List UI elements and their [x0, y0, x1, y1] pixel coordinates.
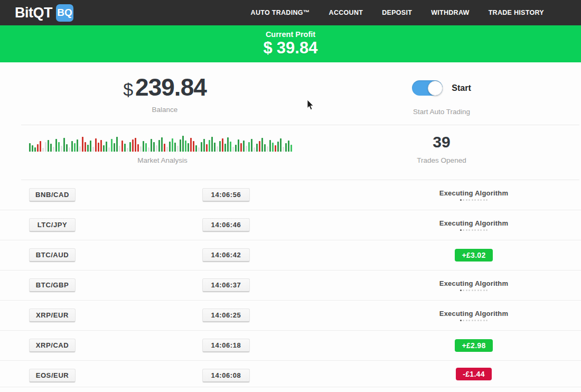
candle-bar: [32, 145, 33, 152]
candle-bar: [121, 141, 123, 152]
candle-bar: [259, 141, 260, 152]
candle-bar: [153, 142, 155, 152]
bitqt-logo[interactable]: BitQT BQ: [15, 4, 73, 22]
candle-bar: [58, 142, 60, 152]
toggle-knob-icon: [428, 81, 443, 96]
candle-bar: [219, 141, 221, 152]
candle-bar: [238, 139, 239, 152]
balance-value: 239.84: [135, 73, 207, 101]
progress-dots: [460, 229, 488, 231]
top-nav-bar: BitQT BQ AUTO TRADING™ACCOUNTDEPOSITWITH…: [0, 0, 581, 25]
candle-bar: [290, 145, 292, 152]
candle-bar: [42, 148, 44, 152]
trade-status: Executing Algorithm: [416, 180, 532, 210]
time-badge: 14:06:18: [202, 339, 250, 352]
nav-item-trade-history[interactable]: TRADE HISTORY: [489, 9, 544, 16]
trade-status: -£1.44: [416, 361, 532, 387]
candle-bar: [203, 139, 205, 152]
trade-row: BNB/CAD 14:06:56 Executing Algorithm: [0, 180, 581, 210]
progress-dots: [460, 320, 488, 321]
candle-bar: [151, 139, 152, 152]
current-profit-amount: $39.84: [0, 39, 581, 58]
candle-bar: [114, 143, 115, 152]
trade-row: EOS/EUR 14:06:08 -£1.44: [0, 361, 581, 387]
candle-bar: [161, 137, 163, 152]
candle-bar: [74, 143, 76, 152]
loss-badge: -£1.44: [456, 368, 492, 380]
time-badge: 14:06:56: [202, 188, 250, 202]
trade-row: BTC/AUD 14:06:42 +£3.02: [0, 240, 581, 270]
trade-status: +£2.98: [416, 331, 532, 360]
candle-bar: [148, 147, 149, 152]
candle-bar: [209, 140, 210, 152]
pair-badge: BNB/CAD: [29, 188, 76, 202]
pair-badge: LTC/JPY: [29, 218, 76, 232]
candle-bar: [116, 137, 118, 152]
candle-bar: [63, 138, 65, 152]
candle-bar: [71, 141, 73, 152]
candle-bar: [222, 138, 223, 152]
candle-bar: [288, 141, 289, 152]
candle-bar: [180, 139, 181, 152]
time-badge: 14:06:08: [202, 369, 250, 382]
candle-bar: [240, 143, 242, 152]
candle-bar: [45, 142, 46, 152]
candle-bar: [92, 147, 94, 152]
nav-item-withdraw[interactable]: WITHDRAW: [431, 9, 470, 16]
pair-badge: XRP/EUR: [29, 309, 76, 322]
candle-bar: [256, 144, 258, 152]
candle-bar: [201, 142, 202, 152]
trade-row: LTC/JPY 14:06:46 Executing Algorithm: [0, 210, 581, 240]
candle-bar: [98, 143, 99, 152]
auto-trading-toggle[interactable]: [412, 80, 443, 96]
market-analysis-label: Market Analysis: [29, 156, 296, 164]
nav-item-account[interactable]: ACCOUNT: [329, 9, 363, 16]
candle-bar: [40, 141, 41, 152]
candle-bar: [267, 146, 268, 152]
candle-bar: [246, 146, 247, 152]
candle-bar: [55, 139, 57, 152]
trade-status: Executing Algorithm: [416, 210, 532, 240]
toggle-label: Start: [452, 83, 471, 93]
time-badge: 14:06:37: [202, 278, 250, 292]
candle-bar: [198, 147, 200, 152]
trade-row: XRP/CAD 14:06:18 +£2.98: [0, 331, 581, 361]
pair-badge: BTC/AUD: [29, 248, 76, 262]
candle-bar: [37, 144, 39, 152]
candle-bar: [90, 141, 91, 152]
candle-bar: [66, 144, 68, 152]
candle-bar: [106, 142, 107, 152]
auto-trading-caption: Start Auto Trading: [413, 108, 470, 116]
trades-table: BNB/CAD 14:06:56 Executing Algorithm LTC…: [0, 180, 581, 387]
profit-value: 39.84: [277, 39, 318, 57]
mouse-cursor-icon: [307, 100, 314, 110]
candle-bar: [77, 139, 78, 152]
trade-row: XRP/EUR 14:06:25 Executing Algorithm: [0, 301, 581, 331]
candle-bar: [169, 142, 171, 152]
candle-bar: [206, 144, 208, 152]
candle-bar: [269, 140, 271, 152]
candle-bar: [272, 143, 274, 152]
trade-status: Executing Algorithm: [416, 270, 532, 300]
candle-bar: [100, 140, 102, 152]
candle-bar: [29, 143, 31, 152]
candle-bar: [127, 148, 128, 152]
auto-trading-block: Start Start Auto Trading: [389, 80, 494, 116]
executing-algorithm-label: Executing Algorithm: [439, 219, 508, 227]
candle-bar: [48, 140, 49, 152]
nav-item-auto-trading[interactable]: AUTO TRADING™: [251, 9, 310, 16]
market-analysis-chart: [29, 134, 296, 152]
progress-dots: [460, 199, 488, 201]
candle-bar: [235, 145, 237, 152]
pair-badge: EOS/EUR: [29, 369, 76, 382]
nav-item-deposit[interactable]: DEPOSIT: [382, 9, 412, 16]
candle-bar: [283, 147, 284, 152]
candle-bar: [230, 142, 231, 152]
trades-opened-count: 39: [389, 133, 494, 151]
candle-bar: [280, 138, 282, 152]
candle-bar: [53, 147, 54, 152]
currency-symbol: $: [264, 39, 273, 57]
candle-bar: [277, 142, 279, 152]
candle-bar: [188, 143, 189, 152]
candle-bar: [251, 139, 252, 152]
